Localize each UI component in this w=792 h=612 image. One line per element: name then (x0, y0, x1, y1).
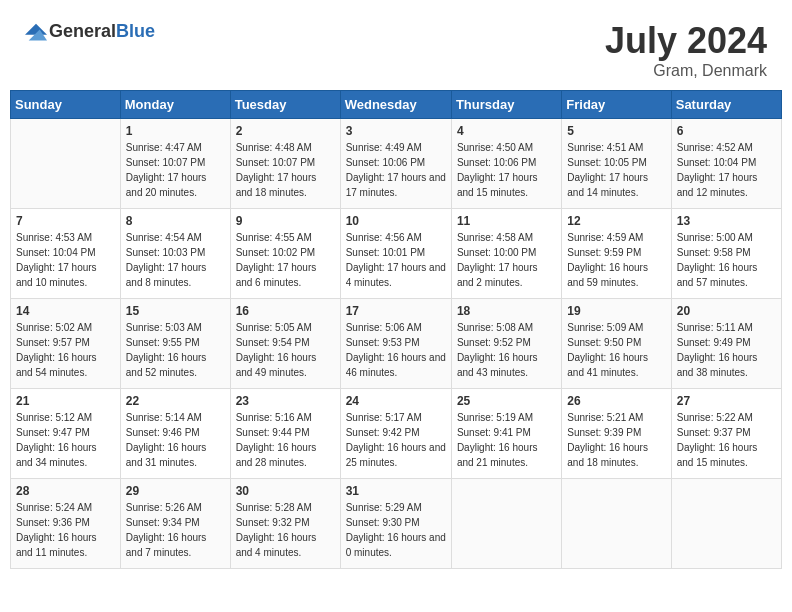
day-info: Sunrise: 5:09 AMSunset: 9:50 PMDaylight:… (567, 320, 665, 380)
day-info: Sunrise: 5:00 AMSunset: 9:58 PMDaylight:… (677, 230, 776, 290)
day-info: Sunrise: 4:49 AMSunset: 10:06 PMDaylight… (346, 140, 446, 200)
day-info: Sunrise: 4:58 AMSunset: 10:00 PMDaylight… (457, 230, 556, 290)
day-info: Sunrise: 5:11 AMSunset: 9:49 PMDaylight:… (677, 320, 776, 380)
header-day-saturday: Saturday (671, 91, 781, 119)
calendar-cell (11, 119, 121, 209)
day-number: 16 (236, 304, 335, 318)
header-day-wednesday: Wednesday (340, 91, 451, 119)
calendar-cell: 2Sunrise: 4:48 AMSunset: 10:07 PMDayligh… (230, 119, 340, 209)
week-row-1: 1Sunrise: 4:47 AMSunset: 10:07 PMDayligh… (11, 119, 782, 209)
calendar-cell: 27Sunrise: 5:22 AMSunset: 9:37 PMDayligh… (671, 389, 781, 479)
calendar-cell: 12Sunrise: 4:59 AMSunset: 9:59 PMDayligh… (562, 209, 671, 299)
calendar-location: Gram, Denmark (605, 62, 767, 80)
header-day-thursday: Thursday (451, 91, 561, 119)
calendar-cell: 11Sunrise: 4:58 AMSunset: 10:00 PMDaylig… (451, 209, 561, 299)
calendar-cell: 14Sunrise: 5:02 AMSunset: 9:57 PMDayligh… (11, 299, 121, 389)
day-number: 17 (346, 304, 446, 318)
calendar-cell: 26Sunrise: 5:21 AMSunset: 9:39 PMDayligh… (562, 389, 671, 479)
calendar-cell (562, 479, 671, 569)
calendar-cell: 22Sunrise: 5:14 AMSunset: 9:46 PMDayligh… (120, 389, 230, 479)
calendar-cell (451, 479, 561, 569)
day-number: 6 (677, 124, 776, 138)
day-info: Sunrise: 5:05 AMSunset: 9:54 PMDaylight:… (236, 320, 335, 380)
calendar-cell: 24Sunrise: 5:17 AMSunset: 9:42 PMDayligh… (340, 389, 451, 479)
week-row-2: 7Sunrise: 4:53 AMSunset: 10:04 PMDayligh… (11, 209, 782, 299)
calendar-table: SundayMondayTuesdayWednesdayThursdayFrid… (10, 90, 782, 569)
day-number: 1 (126, 124, 225, 138)
day-info: Sunrise: 4:53 AMSunset: 10:04 PMDaylight… (16, 230, 115, 290)
day-info: Sunrise: 4:55 AMSunset: 10:02 PMDaylight… (236, 230, 335, 290)
day-number: 23 (236, 394, 335, 408)
day-number: 21 (16, 394, 115, 408)
day-info: Sunrise: 5:24 AMSunset: 9:36 PMDaylight:… (16, 500, 115, 560)
calendar-cell: 6Sunrise: 4:52 AMSunset: 10:04 PMDayligh… (671, 119, 781, 209)
day-number: 31 (346, 484, 446, 498)
calendar-cell: 25Sunrise: 5:19 AMSunset: 9:41 PMDayligh… (451, 389, 561, 479)
day-info: Sunrise: 5:03 AMSunset: 9:55 PMDaylight:… (126, 320, 225, 380)
day-info: Sunrise: 4:59 AMSunset: 9:59 PMDaylight:… (567, 230, 665, 290)
calendar-cell: 28Sunrise: 5:24 AMSunset: 9:36 PMDayligh… (11, 479, 121, 569)
calendar-cell: 29Sunrise: 5:26 AMSunset: 9:34 PMDayligh… (120, 479, 230, 569)
day-info: Sunrise: 5:12 AMSunset: 9:47 PMDaylight:… (16, 410, 115, 470)
header-day-sunday: Sunday (11, 91, 121, 119)
day-info: Sunrise: 5:21 AMSunset: 9:39 PMDaylight:… (567, 410, 665, 470)
day-number: 14 (16, 304, 115, 318)
logo: GeneralBlue (25, 20, 155, 42)
title-block: July 2024 Gram, Denmark (605, 20, 767, 80)
day-info: Sunrise: 4:52 AMSunset: 10:04 PMDaylight… (677, 140, 776, 200)
week-row-3: 14Sunrise: 5:02 AMSunset: 9:57 PMDayligh… (11, 299, 782, 389)
day-info: Sunrise: 4:51 AMSunset: 10:05 PMDaylight… (567, 140, 665, 200)
calendar-cell: 19Sunrise: 5:09 AMSunset: 9:50 PMDayligh… (562, 299, 671, 389)
day-info: Sunrise: 5:16 AMSunset: 9:44 PMDaylight:… (236, 410, 335, 470)
calendar-cell: 15Sunrise: 5:03 AMSunset: 9:55 PMDayligh… (120, 299, 230, 389)
day-info: Sunrise: 4:56 AMSunset: 10:01 PMDaylight… (346, 230, 446, 290)
calendar-cell: 10Sunrise: 4:56 AMSunset: 10:01 PMDaylig… (340, 209, 451, 299)
calendar-cell: 5Sunrise: 4:51 AMSunset: 10:05 PMDayligh… (562, 119, 671, 209)
calendar-cell: 4Sunrise: 4:50 AMSunset: 10:06 PMDayligh… (451, 119, 561, 209)
day-number: 22 (126, 394, 225, 408)
calendar-header-row: SundayMondayTuesdayWednesdayThursdayFrid… (11, 91, 782, 119)
calendar-title: July 2024 (605, 20, 767, 62)
day-number: 3 (346, 124, 446, 138)
day-number: 27 (677, 394, 776, 408)
day-info: Sunrise: 5:26 AMSunset: 9:34 PMDaylight:… (126, 500, 225, 560)
calendar-cell: 20Sunrise: 5:11 AMSunset: 9:49 PMDayligh… (671, 299, 781, 389)
day-number: 13 (677, 214, 776, 228)
day-number: 12 (567, 214, 665, 228)
calendar-cell: 3Sunrise: 4:49 AMSunset: 10:06 PMDayligh… (340, 119, 451, 209)
header-day-monday: Monday (120, 91, 230, 119)
day-number: 20 (677, 304, 776, 318)
day-number: 9 (236, 214, 335, 228)
day-number: 2 (236, 124, 335, 138)
day-info: Sunrise: 5:08 AMSunset: 9:52 PMDaylight:… (457, 320, 556, 380)
day-info: Sunrise: 5:22 AMSunset: 9:37 PMDaylight:… (677, 410, 776, 470)
week-row-5: 28Sunrise: 5:24 AMSunset: 9:36 PMDayligh… (11, 479, 782, 569)
header-day-friday: Friday (562, 91, 671, 119)
day-number: 7 (16, 214, 115, 228)
calendar-cell: 1Sunrise: 4:47 AMSunset: 10:07 PMDayligh… (120, 119, 230, 209)
day-info: Sunrise: 5:28 AMSunset: 9:32 PMDaylight:… (236, 500, 335, 560)
day-info: Sunrise: 5:14 AMSunset: 9:46 PMDaylight:… (126, 410, 225, 470)
calendar-cell: 8Sunrise: 4:54 AMSunset: 10:03 PMDayligh… (120, 209, 230, 299)
calendar-cell: 30Sunrise: 5:28 AMSunset: 9:32 PMDayligh… (230, 479, 340, 569)
week-row-4: 21Sunrise: 5:12 AMSunset: 9:47 PMDayligh… (11, 389, 782, 479)
day-number: 26 (567, 394, 665, 408)
day-number: 19 (567, 304, 665, 318)
calendar-cell: 13Sunrise: 5:00 AMSunset: 9:58 PMDayligh… (671, 209, 781, 299)
day-number: 8 (126, 214, 225, 228)
day-number: 29 (126, 484, 225, 498)
header-day-tuesday: Tuesday (230, 91, 340, 119)
day-info: Sunrise: 5:06 AMSunset: 9:53 PMDaylight:… (346, 320, 446, 380)
calendar-cell: 18Sunrise: 5:08 AMSunset: 9:52 PMDayligh… (451, 299, 561, 389)
day-number: 30 (236, 484, 335, 498)
logo-general-text: General (49, 21, 116, 41)
day-number: 18 (457, 304, 556, 318)
day-info: Sunrise: 4:50 AMSunset: 10:06 PMDaylight… (457, 140, 556, 200)
svg-marker-0 (25, 24, 47, 35)
day-info: Sunrise: 5:29 AMSunset: 9:30 PMDaylight:… (346, 500, 446, 560)
day-number: 25 (457, 394, 556, 408)
day-info: Sunrise: 4:54 AMSunset: 10:03 PMDaylight… (126, 230, 225, 290)
day-number: 11 (457, 214, 556, 228)
day-number: 24 (346, 394, 446, 408)
calendar-cell: 31Sunrise: 5:29 AMSunset: 9:30 PMDayligh… (340, 479, 451, 569)
